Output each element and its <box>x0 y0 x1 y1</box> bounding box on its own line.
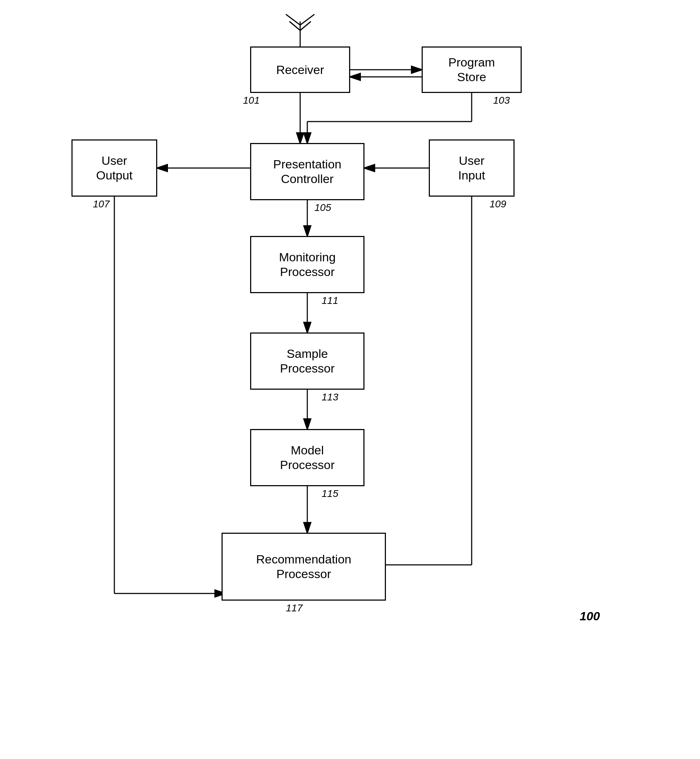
presentation-controller-ref: 105 <box>314 202 331 213</box>
program-store-block: ProgramStore <box>422 47 522 93</box>
recommendation-processor-ref: 117 <box>286 603 303 614</box>
svg-line-4 <box>286 14 300 25</box>
diagram-ref-number: 100 <box>580 609 600 623</box>
user-output-block: UserOutput <box>72 139 157 197</box>
user-input-block: UserInput <box>429 139 514 197</box>
diagram: Receiver 101 ProgramStore 103 Presentati… <box>0 0 700 759</box>
presentation-controller-block: PresentationController <box>250 143 364 200</box>
monitoring-processor-block: MonitoringProcessor <box>250 236 364 293</box>
user-output-ref: 107 <box>93 199 110 210</box>
svg-line-6 <box>289 22 300 30</box>
sample-processor-block: SampleProcessor <box>250 332 364 390</box>
model-processor-ref: 115 <box>322 488 338 499</box>
svg-line-5 <box>300 14 314 25</box>
program-store-ref: 103 <box>493 95 510 106</box>
user-input-ref: 109 <box>489 199 506 210</box>
svg-line-7 <box>300 22 311 30</box>
receiver-block: Receiver <box>250 47 350 93</box>
model-processor-block: ModelProcessor <box>250 429 364 486</box>
receiver-ref: 101 <box>243 95 260 106</box>
sample-processor-ref: 113 <box>322 391 338 403</box>
recommendation-processor-block: RecommendationProcessor <box>222 533 386 601</box>
monitoring-processor-ref: 111 <box>322 295 338 307</box>
